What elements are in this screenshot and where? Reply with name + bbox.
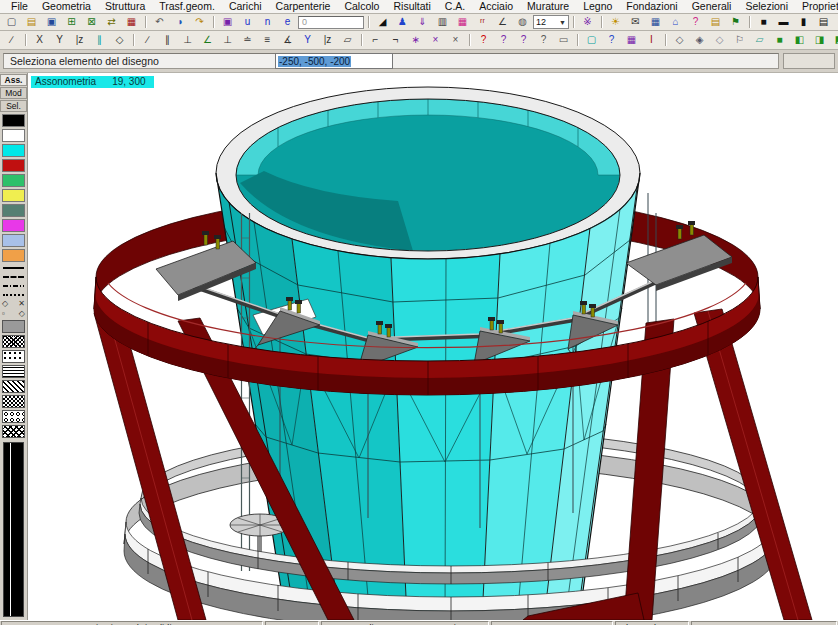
color-window-button[interactable]: ▣ — [218, 14, 237, 30]
window-vsplit-button[interactable]: ▮ — [794, 14, 813, 30]
line-style-dashed[interactable] — [3, 273, 24, 280]
window-hsplit-button[interactable]: ▬ — [774, 14, 793, 30]
cube-half-button[interactable]: ◈ — [690, 32, 709, 48]
text-size-button[interactable]: ʳʳ — [473, 14, 492, 30]
break-node-button[interactable]: ∗ — [406, 32, 425, 48]
segment-perp-base-button[interactable]: ⊥ — [218, 32, 237, 48]
flag-mark-button[interactable]: ⚐ — [730, 32, 749, 48]
property-grid-button[interactable]: ▦ — [622, 32, 641, 48]
unit-n-button[interactable]: n — [258, 14, 277, 30]
menu-acciaio[interactable]: Acciaio — [472, 0, 520, 13]
window-rows-button[interactable]: ▤ — [814, 14, 833, 30]
segment-align-button[interactable]: ≐ — [238, 32, 257, 48]
redo-button[interactable]: ↷ — [190, 14, 209, 30]
coordinate-input[interactable]: -250, -500, -200 — [275, 53, 393, 69]
pattern-swatch-rings[interactable] — [2, 410, 25, 423]
pattern-swatch-checker[interactable] — [2, 395, 25, 408]
query-node-button[interactable]: ? — [474, 32, 493, 48]
view-tab-mod[interactable]: Mod — [0, 87, 27, 99]
solid-view-4-button[interactable]: ◩ — [830, 32, 838, 48]
unit-e-button[interactable]: e — [278, 14, 297, 30]
line-style-dotted[interactable] — [3, 291, 24, 298]
menu-calcolo[interactable]: Calcolo — [337, 0, 386, 13]
info-panel-button[interactable]: ? — [602, 32, 621, 48]
menu-legno[interactable]: Legno — [576, 0, 619, 13]
corner-right-button[interactable]: ¬ — [386, 32, 405, 48]
menu-generali[interactable]: Generali — [685, 0, 739, 13]
line-style-dash-dot[interactable] — [3, 282, 24, 289]
menu-file[interactable]: File — [4, 0, 35, 13]
menu-struttura[interactable]: Struttura — [98, 0, 152, 13]
copy-model-button[interactable]: ⊞ — [62, 14, 81, 30]
color-swatch-0[interactable] — [2, 114, 25, 127]
move-model-button[interactable]: ⊠ — [82, 14, 101, 30]
pattern-swatch-solid-gray[interactable] — [2, 320, 25, 333]
marker-icon-0-0[interactable]: ◇ — [2, 299, 8, 308]
query-element-button[interactable]: ? — [494, 32, 513, 48]
menu-c-a[interactable]: C.A. — [438, 0, 472, 13]
menu-carichi[interactable]: Carichi — [222, 0, 269, 13]
coord-y-button[interactable]: Y — [50, 32, 69, 48]
pattern-swatch-horizontal-lines[interactable] — [2, 365, 25, 378]
marker-icon-0-1[interactable]: ✕ — [18, 299, 25, 308]
color-swatch-8[interactable] — [2, 234, 25, 247]
message-button[interactable]: ✉ — [626, 14, 645, 30]
beam-section-button[interactable]: I — [642, 32, 661, 48]
sphere-view-button[interactable]: ◍ — [513, 14, 532, 30]
segment-line-button[interactable]: ∕ — [138, 32, 157, 48]
cube-wire-button[interactable]: ◇ — [670, 32, 689, 48]
fill-mode-button[interactable]: ◢ — [373, 14, 392, 30]
font-size-dropdown[interactable]: 12▼ — [533, 15, 569, 29]
break-element-button[interactable]: × — [426, 32, 445, 48]
sync-model-button[interactable]: ⇄ — [102, 14, 121, 30]
cube-dash-button[interactable]: ◇ — [710, 32, 729, 48]
light-toggle-button[interactable]: ☀ — [606, 14, 625, 30]
pattern-swatch-crosshatch[interactable] — [2, 335, 25, 348]
hatch-bw-button[interactable]: ▥ — [433, 14, 452, 30]
solid-view-3-button[interactable]: ◨ — [810, 32, 829, 48]
hatch-color-button[interactable]: ▦ — [453, 14, 472, 30]
segment-multi-button[interactable]: ≡ — [258, 32, 277, 48]
color-swatch-7[interactable] — [2, 219, 25, 232]
pattern-swatch-dots[interactable] — [2, 350, 25, 363]
polygon-tool-button[interactable]: ◇ — [110, 32, 129, 48]
drop-level-button[interactable]: ⇓ — [413, 14, 432, 30]
flag-view-button[interactable]: ⚑ — [726, 14, 745, 30]
pen-width-bar[interactable] — [3, 442, 24, 617]
save-file-button[interactable]: ▣ — [42, 14, 61, 30]
color-swatch-2[interactable] — [2, 144, 25, 157]
scene-svg[interactable] — [28, 73, 838, 620]
group-people-button[interactable]: ※ — [578, 14, 597, 30]
menu-geometria[interactable]: Geometria — [35, 0, 98, 13]
segment-z-button[interactable]: |z — [318, 32, 337, 48]
menu-risultati[interactable]: Risultati — [386, 0, 437, 13]
color-swatch-1[interactable] — [2, 129, 25, 142]
window-single-button[interactable]: ■ — [754, 14, 773, 30]
notes-view-button[interactable]: ▤ — [706, 14, 725, 30]
drawing-canvas[interactable]: Assonometria 19, 300 — [27, 73, 838, 620]
menu-propriet[interactable]: Proprietà — [795, 0, 838, 13]
toolbar-number-field[interactable]: 0 — [298, 16, 364, 29]
segment-angle2-button[interactable]: ∡ — [278, 32, 297, 48]
new-file-button[interactable]: ▢ — [2, 14, 21, 30]
table-view-button[interactable]: ▦ — [646, 14, 665, 30]
solid-view-1-button[interactable]: ■ — [770, 32, 789, 48]
coord-x-button[interactable]: X — [30, 32, 49, 48]
window-cols-button[interactable]: ▥ — [834, 14, 838, 30]
pattern-swatch-diagonal-lines[interactable] — [2, 380, 25, 393]
plane-view-button[interactable]: ▱ — [750, 32, 769, 48]
menu-trasf-geom[interactable]: Trasf.geom. — [152, 0, 222, 13]
line-tool-button[interactable]: ∕ — [2, 32, 21, 48]
color-swatch-9[interactable] — [2, 249, 25, 262]
query-property-button[interactable]: ? — [514, 32, 533, 48]
segment-perp-button[interactable]: ⊥ — [178, 32, 197, 48]
color-swatch-3[interactable] — [2, 159, 25, 172]
delete-model-button[interactable]: ▦ — [122, 14, 141, 30]
menu-carpenterie[interactable]: Carpenterie — [269, 0, 338, 13]
select-area-button[interactable]: ▢ — [582, 32, 601, 48]
unit-u-button[interactable]: u — [238, 14, 257, 30]
open-folder-button[interactable]: ▤ — [22, 14, 41, 30]
segment-y-button[interactable]: Y — [298, 32, 317, 48]
parallel-tool-button[interactable]: ∥ — [90, 32, 109, 48]
solid-view-2-button[interactable]: ◧ — [790, 32, 809, 48]
